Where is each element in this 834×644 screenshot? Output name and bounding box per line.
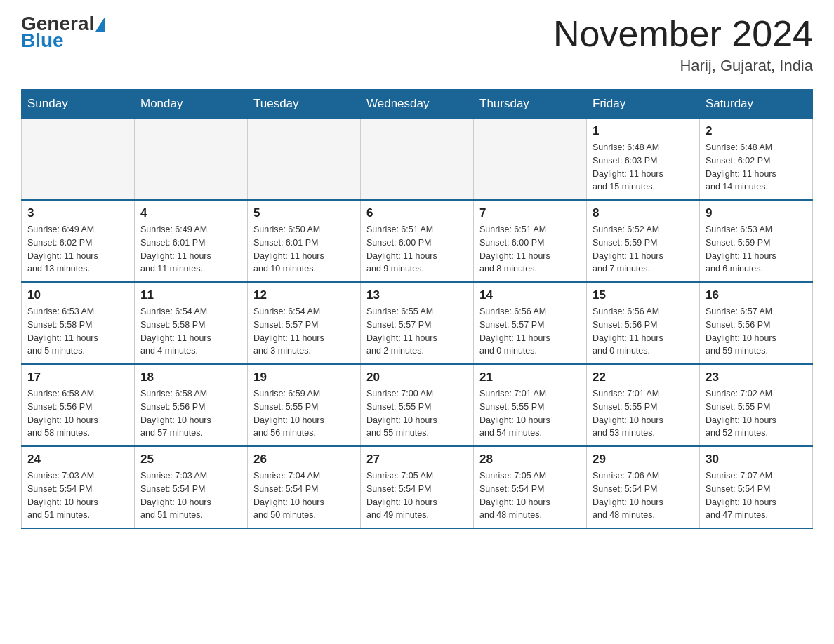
day-number: 25 bbox=[140, 452, 241, 467]
day-number: 24 bbox=[27, 452, 128, 467]
weekday-header-sunday: Sunday bbox=[22, 90, 135, 119]
weekday-header-friday: Friday bbox=[587, 90, 700, 119]
month-title: November 2024 bbox=[553, 14, 813, 54]
weekday-header-saturday: Saturday bbox=[700, 90, 813, 119]
day-cell bbox=[474, 119, 587, 201]
day-cell: 28Sunrise: 7:05 AM Sunset: 5:54 PM Dayli… bbox=[474, 446, 587, 528]
day-cell: 26Sunrise: 7:04 AM Sunset: 5:54 PM Dayli… bbox=[248, 446, 361, 528]
day-cell: 23Sunrise: 7:02 AM Sunset: 5:55 PM Dayli… bbox=[700, 364, 813, 446]
title-block: November 2024 Harij, Gujarat, India bbox=[553, 14, 813, 75]
day-cell: 30Sunrise: 7:07 AM Sunset: 5:54 PM Dayli… bbox=[700, 446, 813, 528]
day-number: 2 bbox=[706, 124, 807, 138]
day-info: Sunrise: 6:54 AM Sunset: 5:58 PM Dayligh… bbox=[140, 305, 241, 358]
day-number: 22 bbox=[593, 370, 694, 384]
day-number: 10 bbox=[27, 288, 128, 302]
day-info: Sunrise: 6:51 AM Sunset: 6:00 PM Dayligh… bbox=[366, 223, 468, 276]
day-info: Sunrise: 7:03 AM Sunset: 5:54 PM Dayligh… bbox=[27, 469, 128, 522]
day-cell: 22Sunrise: 7:01 AM Sunset: 5:55 PM Dayli… bbox=[587, 364, 700, 446]
day-number: 20 bbox=[366, 370, 468, 384]
day-info: Sunrise: 7:07 AM Sunset: 5:54 PM Dayligh… bbox=[706, 469, 807, 522]
day-info: Sunrise: 7:04 AM Sunset: 5:54 PM Dayligh… bbox=[253, 469, 355, 522]
day-cell: 9Sunrise: 6:53 AM Sunset: 5:59 PM Daylig… bbox=[700, 200, 813, 282]
day-number: 28 bbox=[479, 452, 581, 467]
day-info: Sunrise: 6:57 AM Sunset: 5:56 PM Dayligh… bbox=[706, 305, 807, 358]
day-info: Sunrise: 6:59 AM Sunset: 5:55 PM Dayligh… bbox=[253, 387, 355, 440]
day-number: 5 bbox=[253, 206, 355, 220]
day-number: 12 bbox=[253, 288, 355, 302]
day-cell: 2Sunrise: 6:48 AM Sunset: 6:02 PM Daylig… bbox=[700, 119, 813, 201]
location-title: Harij, Gujarat, India bbox=[553, 57, 813, 75]
day-info: Sunrise: 6:53 AM Sunset: 5:58 PM Dayligh… bbox=[27, 305, 128, 358]
day-info: Sunrise: 6:56 AM Sunset: 5:57 PM Dayligh… bbox=[479, 305, 581, 358]
day-cell: 25Sunrise: 7:03 AM Sunset: 5:54 PM Dayli… bbox=[135, 446, 248, 528]
day-info: Sunrise: 6:49 AM Sunset: 6:02 PM Dayligh… bbox=[27, 223, 128, 276]
day-number: 9 bbox=[706, 206, 807, 220]
calendar-table: SundayMondayTuesdayWednesdayThursdayFrid… bbox=[21, 89, 813, 529]
day-number: 15 bbox=[593, 288, 694, 302]
day-cell: 29Sunrise: 7:06 AM Sunset: 5:54 PM Dayli… bbox=[587, 446, 700, 528]
day-number: 18 bbox=[140, 370, 241, 384]
day-cell: 13Sunrise: 6:55 AM Sunset: 5:57 PM Dayli… bbox=[361, 282, 474, 364]
day-cell: 4Sunrise: 6:49 AM Sunset: 6:01 PM Daylig… bbox=[135, 200, 248, 282]
day-cell: 20Sunrise: 7:00 AM Sunset: 5:55 PM Dayli… bbox=[361, 364, 474, 446]
day-info: Sunrise: 7:01 AM Sunset: 5:55 PM Dayligh… bbox=[593, 387, 694, 440]
day-cell: 17Sunrise: 6:58 AM Sunset: 5:56 PM Dayli… bbox=[22, 364, 135, 446]
day-cell: 18Sunrise: 6:58 AM Sunset: 5:56 PM Dayli… bbox=[135, 364, 248, 446]
weekday-header-tuesday: Tuesday bbox=[248, 90, 361, 119]
week-row-2: 3Sunrise: 6:49 AM Sunset: 6:02 PM Daylig… bbox=[22, 200, 813, 282]
day-cell: 6Sunrise: 6:51 AM Sunset: 6:00 PM Daylig… bbox=[361, 200, 474, 282]
day-info: Sunrise: 7:01 AM Sunset: 5:55 PM Dayligh… bbox=[479, 387, 581, 440]
day-number: 19 bbox=[253, 370, 355, 384]
day-cell: 12Sunrise: 6:54 AM Sunset: 5:57 PM Dayli… bbox=[248, 282, 361, 364]
day-number: 8 bbox=[593, 206, 694, 220]
day-cell: 24Sunrise: 7:03 AM Sunset: 5:54 PM Dayli… bbox=[22, 446, 135, 528]
day-info: Sunrise: 7:06 AM Sunset: 5:54 PM Dayligh… bbox=[593, 469, 694, 522]
day-number: 29 bbox=[593, 452, 694, 467]
day-cell: 7Sunrise: 6:51 AM Sunset: 6:00 PM Daylig… bbox=[474, 200, 587, 282]
day-info: Sunrise: 6:56 AM Sunset: 5:56 PM Dayligh… bbox=[593, 305, 694, 358]
day-number: 17 bbox=[27, 370, 128, 384]
week-row-3: 10Sunrise: 6:53 AM Sunset: 5:58 PM Dayli… bbox=[22, 282, 813, 364]
day-number: 13 bbox=[366, 288, 468, 302]
day-cell: 27Sunrise: 7:05 AM Sunset: 5:54 PM Dayli… bbox=[361, 446, 474, 528]
day-info: Sunrise: 7:00 AM Sunset: 5:55 PM Dayligh… bbox=[366, 387, 468, 440]
weekday-header-monday: Monday bbox=[135, 90, 248, 119]
weekday-header-wednesday: Wednesday bbox=[361, 90, 474, 119]
day-info: Sunrise: 6:48 AM Sunset: 6:03 PM Dayligh… bbox=[593, 141, 694, 194]
day-cell bbox=[248, 119, 361, 201]
day-number: 23 bbox=[706, 370, 807, 384]
day-number: 30 bbox=[706, 452, 807, 467]
day-cell: 10Sunrise: 6:53 AM Sunset: 5:58 PM Dayli… bbox=[22, 282, 135, 364]
week-row-1: 1Sunrise: 6:48 AM Sunset: 6:03 PM Daylig… bbox=[22, 119, 813, 201]
weekday-header-thursday: Thursday bbox=[474, 90, 587, 119]
day-cell: 3Sunrise: 6:49 AM Sunset: 6:02 PM Daylig… bbox=[22, 200, 135, 282]
day-number: 16 bbox=[706, 288, 807, 302]
day-number: 14 bbox=[479, 288, 581, 302]
day-number: 6 bbox=[366, 206, 468, 220]
day-cell: 8Sunrise: 6:52 AM Sunset: 5:59 PM Daylig… bbox=[587, 200, 700, 282]
day-cell: 14Sunrise: 6:56 AM Sunset: 5:57 PM Dayli… bbox=[474, 282, 587, 364]
day-number: 27 bbox=[366, 452, 468, 467]
logo-triangle-icon bbox=[95, 16, 105, 32]
day-cell bbox=[22, 119, 135, 201]
day-cell: 19Sunrise: 6:59 AM Sunset: 5:55 PM Dayli… bbox=[248, 364, 361, 446]
day-info: Sunrise: 6:50 AM Sunset: 6:01 PM Dayligh… bbox=[253, 223, 355, 276]
day-cell: 15Sunrise: 6:56 AM Sunset: 5:56 PM Dayli… bbox=[587, 282, 700, 364]
day-info: Sunrise: 7:02 AM Sunset: 5:55 PM Dayligh… bbox=[706, 387, 807, 440]
day-info: Sunrise: 6:49 AM Sunset: 6:01 PM Dayligh… bbox=[140, 223, 241, 276]
day-info: Sunrise: 6:54 AM Sunset: 5:57 PM Dayligh… bbox=[253, 305, 355, 358]
day-cell: 1Sunrise: 6:48 AM Sunset: 6:03 PM Daylig… bbox=[587, 119, 700, 201]
weekday-header-row: SundayMondayTuesdayWednesdayThursdayFrid… bbox=[22, 90, 813, 119]
day-info: Sunrise: 7:03 AM Sunset: 5:54 PM Dayligh… bbox=[140, 469, 241, 522]
day-cell bbox=[135, 119, 248, 201]
day-number: 1 bbox=[593, 124, 694, 138]
day-cell: 16Sunrise: 6:57 AM Sunset: 5:56 PM Dayli… bbox=[700, 282, 813, 364]
day-cell: 21Sunrise: 7:01 AM Sunset: 5:55 PM Dayli… bbox=[474, 364, 587, 446]
day-cell: 11Sunrise: 6:54 AM Sunset: 5:58 PM Dayli… bbox=[135, 282, 248, 364]
day-cell bbox=[361, 119, 474, 201]
day-number: 21 bbox=[479, 370, 581, 384]
day-info: Sunrise: 6:48 AM Sunset: 6:02 PM Dayligh… bbox=[706, 141, 807, 194]
day-number: 3 bbox=[27, 206, 128, 220]
page-header: General Blue November 2024 Harij, Gujara… bbox=[21, 14, 813, 75]
week-row-4: 17Sunrise: 6:58 AM Sunset: 5:56 PM Dayli… bbox=[22, 364, 813, 446]
